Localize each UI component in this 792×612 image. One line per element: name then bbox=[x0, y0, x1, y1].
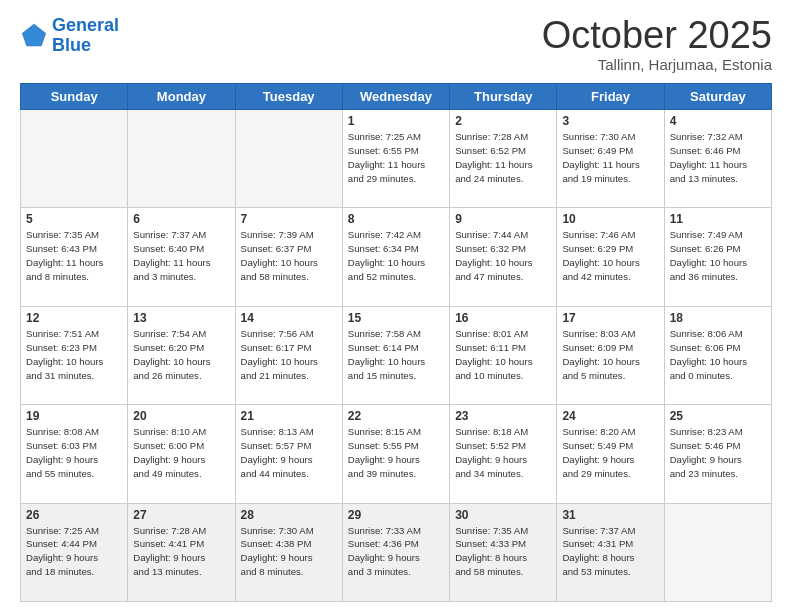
calendar-cell: 5Sunrise: 7:35 AM Sunset: 6:43 PM Daylig… bbox=[21, 208, 128, 306]
day-number: 2 bbox=[455, 114, 551, 128]
calendar-cell: 19Sunrise: 8:08 AM Sunset: 6:03 PM Dayli… bbox=[21, 405, 128, 503]
day-info: Sunrise: 7:42 AM Sunset: 6:34 PM Dayligh… bbox=[348, 228, 444, 284]
day-info: Sunrise: 7:46 AM Sunset: 6:29 PM Dayligh… bbox=[562, 228, 658, 284]
day-of-week-header: Friday bbox=[557, 84, 664, 110]
day-info: Sunrise: 7:54 AM Sunset: 6:20 PM Dayligh… bbox=[133, 327, 229, 383]
calendar-week-row: 5Sunrise: 7:35 AM Sunset: 6:43 PM Daylig… bbox=[21, 208, 772, 306]
location-subtitle: Tallinn, Harjumaa, Estonia bbox=[542, 56, 772, 73]
calendar-cell: 1Sunrise: 7:25 AM Sunset: 6:55 PM Daylig… bbox=[342, 110, 449, 208]
day-number: 28 bbox=[241, 508, 337, 522]
day-number: 16 bbox=[455, 311, 551, 325]
day-number: 26 bbox=[26, 508, 122, 522]
day-of-week-header: Thursday bbox=[450, 84, 557, 110]
day-info: Sunrise: 7:33 AM Sunset: 4:36 PM Dayligh… bbox=[348, 524, 444, 580]
calendar-cell: 12Sunrise: 7:51 AM Sunset: 6:23 PM Dayli… bbox=[21, 306, 128, 404]
day-number: 25 bbox=[670, 409, 766, 423]
day-info: Sunrise: 7:25 AM Sunset: 4:44 PM Dayligh… bbox=[26, 524, 122, 580]
logo-text: General Blue bbox=[52, 16, 119, 56]
calendar-cell: 6Sunrise: 7:37 AM Sunset: 6:40 PM Daylig… bbox=[128, 208, 235, 306]
day-info: Sunrise: 7:56 AM Sunset: 6:17 PM Dayligh… bbox=[241, 327, 337, 383]
day-of-week-header: Sunday bbox=[21, 84, 128, 110]
calendar-cell: 15Sunrise: 7:58 AM Sunset: 6:14 PM Dayli… bbox=[342, 306, 449, 404]
calendar-cell: 11Sunrise: 7:49 AM Sunset: 6:26 PM Dayli… bbox=[664, 208, 771, 306]
calendar-cell: 3Sunrise: 7:30 AM Sunset: 6:49 PM Daylig… bbox=[557, 110, 664, 208]
day-info: Sunrise: 8:18 AM Sunset: 5:52 PM Dayligh… bbox=[455, 425, 551, 481]
day-of-week-header: Tuesday bbox=[235, 84, 342, 110]
day-info: Sunrise: 7:49 AM Sunset: 6:26 PM Dayligh… bbox=[670, 228, 766, 284]
day-number: 27 bbox=[133, 508, 229, 522]
day-number: 11 bbox=[670, 212, 766, 226]
calendar-cell: 20Sunrise: 8:10 AM Sunset: 6:00 PM Dayli… bbox=[128, 405, 235, 503]
day-number: 4 bbox=[670, 114, 766, 128]
calendar-cell: 17Sunrise: 8:03 AM Sunset: 6:09 PM Dayli… bbox=[557, 306, 664, 404]
calendar-cell: 2Sunrise: 7:28 AM Sunset: 6:52 PM Daylig… bbox=[450, 110, 557, 208]
day-of-week-header: Monday bbox=[128, 84, 235, 110]
day-of-week-header: Wednesday bbox=[342, 84, 449, 110]
day-info: Sunrise: 7:58 AM Sunset: 6:14 PM Dayligh… bbox=[348, 327, 444, 383]
calendar-cell bbox=[235, 110, 342, 208]
day-info: Sunrise: 7:28 AM Sunset: 4:41 PM Dayligh… bbox=[133, 524, 229, 580]
day-number: 8 bbox=[348, 212, 444, 226]
day-info: Sunrise: 8:10 AM Sunset: 6:00 PM Dayligh… bbox=[133, 425, 229, 481]
day-number: 30 bbox=[455, 508, 551, 522]
day-info: Sunrise: 8:06 AM Sunset: 6:06 PM Dayligh… bbox=[670, 327, 766, 383]
day-number: 14 bbox=[241, 311, 337, 325]
day-info: Sunrise: 7:39 AM Sunset: 6:37 PM Dayligh… bbox=[241, 228, 337, 284]
day-number: 18 bbox=[670, 311, 766, 325]
calendar-cell: 13Sunrise: 7:54 AM Sunset: 6:20 PM Dayli… bbox=[128, 306, 235, 404]
calendar-body: 1Sunrise: 7:25 AM Sunset: 6:55 PM Daylig… bbox=[21, 110, 772, 602]
day-info: Sunrise: 7:32 AM Sunset: 6:46 PM Dayligh… bbox=[670, 130, 766, 186]
logo: General Blue bbox=[20, 16, 119, 56]
day-number: 9 bbox=[455, 212, 551, 226]
calendar-cell bbox=[664, 503, 771, 601]
day-number: 20 bbox=[133, 409, 229, 423]
calendar-cell: 14Sunrise: 7:56 AM Sunset: 6:17 PM Dayli… bbox=[235, 306, 342, 404]
day-number: 31 bbox=[562, 508, 658, 522]
day-of-week-header: Saturday bbox=[664, 84, 771, 110]
day-number: 23 bbox=[455, 409, 551, 423]
day-number: 6 bbox=[133, 212, 229, 226]
calendar-cell: 29Sunrise: 7:33 AM Sunset: 4:36 PM Dayli… bbox=[342, 503, 449, 601]
calendar-cell: 25Sunrise: 8:23 AM Sunset: 5:46 PM Dayli… bbox=[664, 405, 771, 503]
day-number: 15 bbox=[348, 311, 444, 325]
day-number: 1 bbox=[348, 114, 444, 128]
day-info: Sunrise: 7:35 AM Sunset: 6:43 PM Dayligh… bbox=[26, 228, 122, 284]
calendar-week-row: 26Sunrise: 7:25 AM Sunset: 4:44 PM Dayli… bbox=[21, 503, 772, 601]
calendar-week-row: 12Sunrise: 7:51 AM Sunset: 6:23 PM Dayli… bbox=[21, 306, 772, 404]
calendar-cell: 18Sunrise: 8:06 AM Sunset: 6:06 PM Dayli… bbox=[664, 306, 771, 404]
day-info: Sunrise: 8:01 AM Sunset: 6:11 PM Dayligh… bbox=[455, 327, 551, 383]
day-info: Sunrise: 8:08 AM Sunset: 6:03 PM Dayligh… bbox=[26, 425, 122, 481]
calendar-cell: 24Sunrise: 8:20 AM Sunset: 5:49 PM Dayli… bbox=[557, 405, 664, 503]
day-info: Sunrise: 7:37 AM Sunset: 6:40 PM Dayligh… bbox=[133, 228, 229, 284]
day-number: 3 bbox=[562, 114, 658, 128]
calendar-cell: 26Sunrise: 7:25 AM Sunset: 4:44 PM Dayli… bbox=[21, 503, 128, 601]
calendar-cell: 7Sunrise: 7:39 AM Sunset: 6:37 PM Daylig… bbox=[235, 208, 342, 306]
calendar-cell: 27Sunrise: 7:28 AM Sunset: 4:41 PM Dayli… bbox=[128, 503, 235, 601]
day-info: Sunrise: 8:03 AM Sunset: 6:09 PM Dayligh… bbox=[562, 327, 658, 383]
calendar-cell: 10Sunrise: 7:46 AM Sunset: 6:29 PM Dayli… bbox=[557, 208, 664, 306]
calendar-header-row: SundayMondayTuesdayWednesdayThursdayFrid… bbox=[21, 84, 772, 110]
day-number: 17 bbox=[562, 311, 658, 325]
day-info: Sunrise: 7:28 AM Sunset: 6:52 PM Dayligh… bbox=[455, 130, 551, 186]
calendar-cell: 30Sunrise: 7:35 AM Sunset: 4:33 PM Dayli… bbox=[450, 503, 557, 601]
calendar-cell: 8Sunrise: 7:42 AM Sunset: 6:34 PM Daylig… bbox=[342, 208, 449, 306]
logo-line2: Blue bbox=[52, 35, 91, 55]
calendar-cell: 21Sunrise: 8:13 AM Sunset: 5:57 PM Dayli… bbox=[235, 405, 342, 503]
page: General Blue October 2025 Tallinn, Harju… bbox=[0, 0, 792, 612]
day-info: Sunrise: 7:51 AM Sunset: 6:23 PM Dayligh… bbox=[26, 327, 122, 383]
calendar-cell: 4Sunrise: 7:32 AM Sunset: 6:46 PM Daylig… bbox=[664, 110, 771, 208]
calendar-week-row: 1Sunrise: 7:25 AM Sunset: 6:55 PM Daylig… bbox=[21, 110, 772, 208]
day-number: 12 bbox=[26, 311, 122, 325]
calendar-cell: 9Sunrise: 7:44 AM Sunset: 6:32 PM Daylig… bbox=[450, 208, 557, 306]
calendar-cell bbox=[128, 110, 235, 208]
calendar-cell: 28Sunrise: 7:30 AM Sunset: 4:38 PM Dayli… bbox=[235, 503, 342, 601]
day-number: 13 bbox=[133, 311, 229, 325]
day-number: 19 bbox=[26, 409, 122, 423]
calendar-cell bbox=[21, 110, 128, 208]
month-title: October 2025 bbox=[542, 16, 772, 54]
day-info: Sunrise: 8:15 AM Sunset: 5:55 PM Dayligh… bbox=[348, 425, 444, 481]
day-info: Sunrise: 7:35 AM Sunset: 4:33 PM Dayligh… bbox=[455, 524, 551, 580]
day-number: 7 bbox=[241, 212, 337, 226]
day-number: 29 bbox=[348, 508, 444, 522]
logo-icon bbox=[20, 22, 48, 50]
